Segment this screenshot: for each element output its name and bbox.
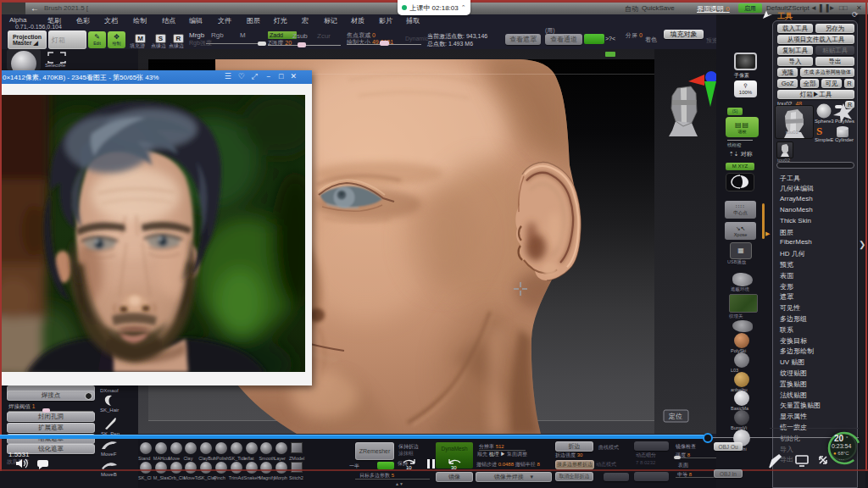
svg-text:定位: 定位 (668, 413, 682, 420)
